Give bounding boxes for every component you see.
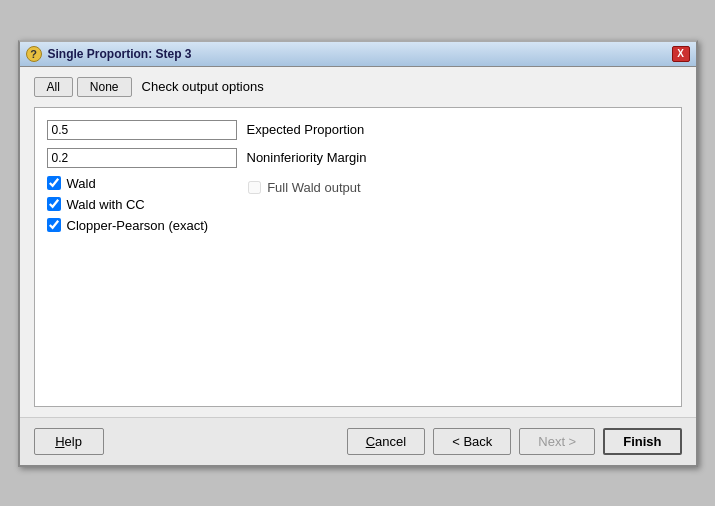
checkboxes-area: Wald Wald with CC Clopper-Pearson (exact… <box>47 176 669 239</box>
expected-proportion-label: Expected Proportion <box>247 122 365 137</box>
footer-left: Help <box>34 428 104 455</box>
content-area: Expected Proportion Noninferiority Margi… <box>34 107 682 407</box>
title-bar-left: ? Single Proportion: Step 3 <box>26 46 192 62</box>
help-label-text: elp <box>65 434 82 449</box>
col-left: Wald Wald with CC Clopper-Pearson (exact… <box>47 176 209 239</box>
expected-proportion-row: Expected Proportion <box>47 120 669 140</box>
toolbar: All None Check output options <box>34 77 682 97</box>
full-wald-label: Full Wald output <box>267 180 360 195</box>
section-label: Check output options <box>142 79 264 94</box>
title-bar: ? Single Proportion: Step 3 X <box>20 42 696 67</box>
full-wald-row: Full Wald output <box>248 180 360 195</box>
noninferiority-margin-row: Noninferiority Margin <box>47 148 669 168</box>
noninferiority-margin-label: Noninferiority Margin <box>247 150 367 165</box>
expected-proportion-input[interactable] <box>47 120 237 140</box>
wald-cc-row: Wald with CC <box>47 197 209 212</box>
clopper-pearson-checkbox[interactable] <box>47 218 61 232</box>
wald-checkbox[interactable] <box>47 176 61 190</box>
full-wald-checkbox[interactable] <box>248 181 261 194</box>
window-title: Single Proportion: Step 3 <box>48 47 192 61</box>
wald-label: Wald <box>67 176 96 191</box>
close-button[interactable]: X <box>672 46 690 62</box>
main-window: ? Single Proportion: Step 3 X All None C… <box>18 40 698 467</box>
wald-cc-checkbox[interactable] <box>47 197 61 211</box>
all-button[interactable]: All <box>34 77 73 97</box>
wald-row: Wald <box>47 176 209 191</box>
col-right: Full Wald output <box>248 180 360 239</box>
window-icon: ? <box>26 46 42 62</box>
cancel-button[interactable]: Cancel <box>347 428 425 455</box>
window-body: All None Check output options Expected P… <box>20 67 696 417</box>
cancel-label-rest: ancel <box>375 434 406 449</box>
none-button[interactable]: None <box>77 77 132 97</box>
next-button[interactable]: Next > <box>519 428 595 455</box>
footer-right: Cancel < Back Next > Finish <box>347 428 682 455</box>
clopper-pearson-label: Clopper-Pearson (exact) <box>67 218 209 233</box>
help-button[interactable]: Help <box>34 428 104 455</box>
footer: Help Cancel < Back Next > Finish <box>20 417 696 465</box>
finish-button[interactable]: Finish <box>603 428 681 455</box>
wald-cc-label: Wald with CC <box>67 197 145 212</box>
clopper-pearson-row: Clopper-Pearson (exact) <box>47 218 209 233</box>
noninferiority-margin-input[interactable] <box>47 148 237 168</box>
back-button[interactable]: < Back <box>433 428 511 455</box>
